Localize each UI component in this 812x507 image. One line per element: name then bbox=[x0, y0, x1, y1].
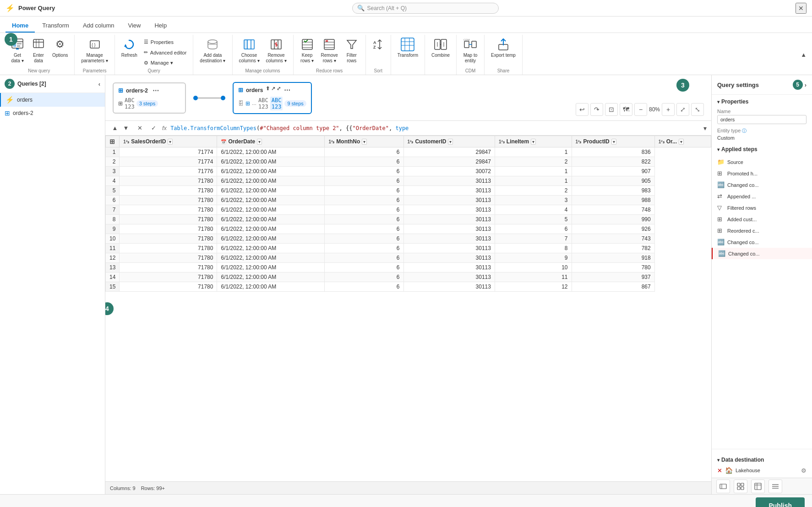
name-input[interactable] bbox=[717, 115, 807, 124]
customerid-filter-button[interactable]: ▾ bbox=[448, 139, 453, 145]
step-settings-button[interactable]: ⚙ bbox=[802, 216, 807, 222]
sort-az-button[interactable]: A Z bbox=[370, 36, 387, 55]
table-cell: 748 bbox=[572, 205, 654, 215]
formula-expand-button[interactable]: ▾ bbox=[703, 125, 707, 132]
dest-settings-button[interactable]: ⚙ bbox=[801, 467, 807, 474]
step-item[interactable]: ⇄Appended ...⚙ bbox=[712, 191, 812, 202]
step-settings-button[interactable]: ⚙ bbox=[796, 251, 801, 256]
add-data-destination-button[interactable]: Add datadestination ▾ bbox=[197, 36, 228, 65]
close-button[interactable]: ✕ bbox=[796, 3, 807, 14]
node-expand-icon[interactable]: ⤢ bbox=[277, 86, 281, 95]
step-settings-button[interactable]: ⚙ bbox=[796, 170, 801, 176]
salesorderid-filter-button[interactable]: ▾ bbox=[168, 139, 173, 145]
formula-up-button[interactable]: ▲ bbox=[110, 123, 120, 133]
step-item[interactable]: ⊞Promoted h...⚙🗑 bbox=[712, 168, 812, 179]
pipeline-node-orders2[interactable]: ⊞ orders-2 ⋯ ⊞ ABC123 3 steps bbox=[113, 82, 186, 114]
data-grid-container[interactable]: ⊞ 1²₃ SalesOrderID ▾ bbox=[105, 136, 711, 481]
or-filter-button[interactable]: ▾ bbox=[679, 139, 684, 145]
zoom-in-button[interactable]: + bbox=[662, 103, 675, 116]
combine-button[interactable]: Combine bbox=[429, 36, 452, 60]
formula-down-button[interactable]: ▼ bbox=[121, 123, 131, 133]
options-button[interactable]: ⚙ Options bbox=[49, 36, 71, 60]
step-item[interactable]: ⊞Reordered c... bbox=[712, 225, 812, 236]
step-item[interactable]: 🔤Changed co...⚠ bbox=[712, 179, 812, 191]
productid-filter-button[interactable]: ▾ bbox=[611, 139, 616, 145]
redo-button[interactable]: ↷ bbox=[590, 103, 603, 116]
dest-remove-icon[interactable]: ✕ bbox=[717, 467, 722, 474]
remove-columns-button[interactable]: Removecolumns ▾ bbox=[263, 36, 289, 65]
formula-input[interactable]: Table.TransformColumnTypes(#"Changed col… bbox=[170, 125, 700, 131]
table-cell: 30113 bbox=[403, 196, 495, 205]
ribbon-collapse-button[interactable]: ▲ bbox=[801, 51, 807, 58]
step-item[interactable]: 📁Source⚙🗑 bbox=[712, 156, 812, 168]
step-settings-button[interactable]: ⚙ bbox=[802, 193, 807, 199]
step-settings-button[interactable]: ⚙ bbox=[802, 205, 807, 211]
choose-columns-button[interactable]: Choosecolumns ▾ bbox=[236, 36, 262, 65]
svg-rect-44 bbox=[464, 41, 469, 48]
grid-view-button[interactable] bbox=[734, 480, 747, 493]
pipeline-node-orders[interactable]: ⊞ orders ⬆ ↗ ⤢ ⋯ 🗄 ⊞ … ABC123 ABC123 9 s… bbox=[233, 82, 312, 114]
publish-button[interactable]: Publish bbox=[756, 497, 805, 507]
tab-help[interactable]: Help bbox=[148, 19, 173, 33]
node-share-icon[interactable]: ⬆ bbox=[266, 86, 270, 95]
step-name: Source bbox=[727, 159, 793, 165]
tab-view[interactable]: View bbox=[122, 19, 147, 33]
pipeline-node-orders2-menu[interactable]: ⋯ bbox=[151, 86, 161, 95]
fit-button[interactable]: ⊡ bbox=[605, 103, 618, 116]
remove-rows-button[interactable]: Removerows ▾ bbox=[318, 36, 341, 65]
undo-button[interactable]: ↩ bbox=[576, 103, 589, 116]
get-data-btn-container: 1 Getdata ▾ bbox=[7, 36, 27, 65]
step-item[interactable]: 🔤Changed co...⚙ bbox=[712, 236, 812, 248]
properties-button[interactable]: ☰ Properties bbox=[141, 38, 190, 46]
list-view-button[interactable] bbox=[768, 480, 782, 493]
export-temp-button[interactable]: Export temp bbox=[488, 36, 518, 60]
search-icon: 🔍 bbox=[357, 5, 365, 11]
step-settings-button[interactable]: ⚙ bbox=[796, 159, 801, 165]
advanced-editor-button[interactable]: ✏ Advanced editor bbox=[141, 48, 190, 57]
step-delete-button[interactable]: 🗑 bbox=[801, 251, 807, 256]
col-header-or: 1²₃ Or... ▾ bbox=[654, 136, 711, 147]
step-item[interactable]: 🔤Changed co...⚙🗑 bbox=[712, 248, 812, 259]
node-external-icon[interactable]: ↗ bbox=[271, 86, 275, 95]
monthno-type-icon: 1²₃ bbox=[328, 139, 334, 144]
formula-reject-button[interactable]: ✕ bbox=[135, 123, 145, 133]
keep-rows-button[interactable]: Keeprows ▾ bbox=[297, 36, 317, 65]
monthno-filter-button[interactable]: ▾ bbox=[362, 139, 367, 145]
refresh-button[interactable]: Refresh bbox=[119, 36, 140, 60]
step-delete-button[interactable]: 🗑 bbox=[801, 170, 807, 176]
fullscreen-button[interactable]: ⤡ bbox=[691, 103, 704, 116]
step-icon-button[interactable] bbox=[716, 480, 730, 493]
sidebar-item-orders2[interactable]: ⊞ orders-2 bbox=[0, 107, 105, 120]
step-delete-button[interactable]: ⚠ bbox=[802, 182, 807, 188]
map-button[interactable]: 🗺 bbox=[620, 103, 632, 116]
table-view-button[interactable] bbox=[751, 480, 765, 493]
manage-parameters-button[interactable]: { } Manageparameters ▾ bbox=[78, 36, 110, 65]
orderdate-filter-button[interactable]: ▾ bbox=[257, 139, 262, 145]
tab-add-column[interactable]: Add column bbox=[76, 19, 121, 33]
table-cell: 29847 bbox=[403, 147, 495, 157]
collapse-button[interactable]: ⤢ bbox=[676, 103, 689, 116]
tab-home[interactable]: Home bbox=[5, 19, 35, 33]
formula-accept-button[interactable]: ✓ bbox=[148, 123, 158, 133]
tab-transform[interactable]: Transform bbox=[36, 19, 76, 33]
name-label: Name bbox=[717, 109, 807, 114]
manage-button[interactable]: ⚙ Manage ▾ bbox=[141, 59, 190, 67]
step-item[interactable]: ⊞Added cust...⚙ bbox=[712, 213, 812, 225]
pipeline-node-orders-menu[interactable]: ⋯ bbox=[282, 86, 292, 95]
enter-data-button[interactable]: Enterdata bbox=[28, 36, 49, 65]
zoom-out-button[interactable]: − bbox=[634, 103, 647, 116]
group-reduce-rows: Keeprows ▾ Removerows ▾ bbox=[294, 35, 366, 75]
right-panel-expand-button[interactable]: › bbox=[805, 82, 807, 88]
row-number: 9 bbox=[106, 224, 120, 234]
sidebar-collapse-button[interactable]: ‹ bbox=[98, 81, 100, 87]
step-delete-button[interactable]: 🗑 bbox=[801, 159, 807, 165]
search-box[interactable]: 🔍 Search (Alt + Q) bbox=[352, 3, 499, 14]
sidebar-item-orders[interactable]: ⚡ orders bbox=[0, 93, 105, 107]
step-settings-button[interactable]: ⚙ bbox=[802, 239, 807, 245]
svg-marker-11 bbox=[124, 44, 127, 47]
transform-button[interactable]: Transform bbox=[395, 36, 421, 60]
map-to-entity-button[interactable]: CDM Map toentity bbox=[460, 36, 480, 65]
step-item[interactable]: ▽Filtered rows⚙ bbox=[712, 202, 812, 213]
filter-rows-button[interactable]: Filterrows bbox=[342, 36, 362, 65]
lineitem-filter-button[interactable]: ▾ bbox=[531, 139, 536, 145]
